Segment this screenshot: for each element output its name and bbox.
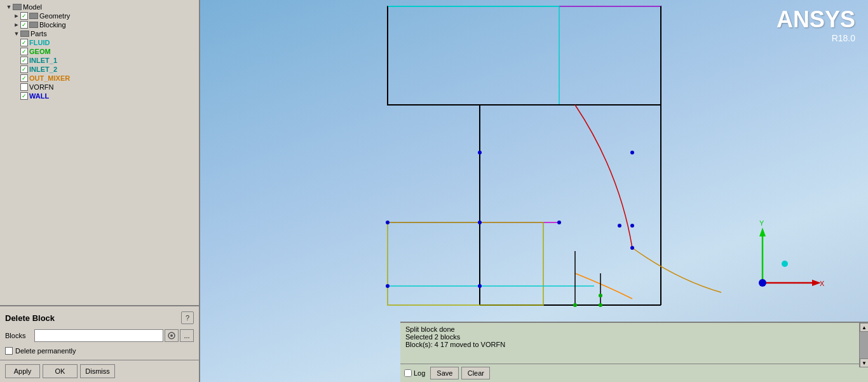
svg-rect-15 [388, 222, 543, 305]
log-content: Split block done Selected 2 blocks Block… [400, 323, 868, 364]
svg-point-32 [599, 294, 602, 297]
clear-button[interactable]: Clear [461, 367, 490, 379]
tree-item-fluid[interactable]: FLUID [20, 38, 196, 47]
log-line-1: Split block done [405, 325, 863, 333]
svg-point-31 [599, 303, 602, 307]
check-fluid[interactable] [20, 39, 28, 46]
svg-point-27 [630, 246, 634, 250]
svg-point-40 [782, 261, 788, 267]
tree-item-inlet1[interactable]: INLET_1 [20, 56, 196, 65]
tree-label-geom: GEOM [29, 48, 51, 55]
tree-area: ▼ Model ► Geometry ► Blocking ▼ Parts FL… [0, 0, 199, 306]
check-inlet2[interactable] [20, 65, 28, 73]
check-geometry[interactable] [20, 12, 28, 20]
svg-point-26 [630, 224, 634, 228]
expand-geometry[interactable]: ► [13, 12, 20, 20]
check-wall[interactable] [20, 92, 28, 100]
ok-button[interactable]: OK [43, 364, 78, 378]
svg-point-1 [170, 334, 173, 337]
svg-point-29 [478, 284, 482, 288]
tree-item-geom[interactable]: GEOM [20, 47, 196, 56]
svg-point-39 [759, 279, 766, 287]
check-blocking[interactable] [20, 21, 28, 29]
dismiss-button[interactable]: Dismiss [80, 364, 115, 378]
tree-item-wall[interactable]: WALL [20, 92, 196, 100]
tree-item-inlet2[interactable]: INLET_2 [20, 65, 196, 74]
svg-text:Y: Y [759, 219, 764, 227]
check-out-mixer[interactable] [20, 74, 28, 82]
log-scrollbar: ▲ ▼ [859, 323, 868, 367]
tree-item-vorfn[interactable]: VORFN [20, 83, 196, 92]
svg-point-20 [478, 151, 482, 154]
tree-item-geometry[interactable]: ► Geometry [13, 11, 196, 20]
tree-label-model: Model [23, 3, 42, 11]
blocks-pick-button[interactable] [165, 329, 179, 342]
tree-label-inlet2: INLET_2 [29, 65, 57, 73]
left-panel: ▼ Model ► Geometry ► Blocking ▼ Parts FL… [0, 0, 200, 382]
tree-label-blocking: Blocking [39, 21, 66, 29]
apply-button[interactable]: Apply [5, 364, 40, 378]
delete-block-header: Delete Block ? [5, 311, 194, 324]
tree-item-blocking[interactable]: ► Blocking [13, 20, 196, 29]
tree-label-out-mixer: OUT_MIXER [29, 74, 70, 82]
tree-item-out-mixer[interactable]: OUT_MIXER [20, 74, 196, 83]
expand-blocking[interactable]: ► [13, 21, 20, 29]
log-bottom-bar: Log Save Clear [400, 364, 868, 382]
svg-point-21 [386, 221, 390, 224]
svg-rect-2 [388, 6, 661, 105]
delete-perm-label: Delete permanently [15, 347, 76, 355]
svg-marker-34 [759, 228, 766, 236]
log-area: Split block done Selected 2 blocks Block… [400, 322, 868, 382]
check-geom[interactable] [20, 48, 28, 55]
log-checkbox-label: Log [414, 369, 425, 377]
scroll-down-arrow[interactable]: ▼ [860, 358, 868, 367]
svg-text:X: X [820, 280, 825, 287]
tree-label-inlet1: INLET_1 [29, 57, 57, 64]
tree-item-model[interactable]: ▼ Model [5, 3, 196, 11]
tree-label-fluid: FLUID [29, 39, 50, 46]
blocks-more-button[interactable]: ... [180, 329, 194, 342]
scroll-up-arrow[interactable]: ▲ [860, 323, 868, 332]
svg-point-25 [618, 224, 621, 228]
blocks-input[interactable] [34, 329, 163, 342]
check-vorfn[interactable] [20, 83, 28, 91]
tree-item-parts[interactable]: ▼ Parts [13, 29, 196, 38]
bottom-buttons: Apply OK Dismiss [0, 360, 199, 382]
svg-point-28 [386, 284, 390, 288]
svg-point-23 [478, 221, 482, 224]
log-checkbox-row: Log [404, 369, 425, 377]
blocks-label: Blocks [5, 332, 31, 339]
svg-point-22 [557, 221, 561, 224]
log-line-3: Block(s): 4 17 moved to VORFN [405, 341, 863, 348]
tree-label-geometry: Geometry [39, 12, 70, 20]
tree-label-parts: Parts [31, 30, 47, 38]
tree-label-vorfn: VORFN [29, 83, 54, 91]
delete-block-title: Delete Block [5, 313, 55, 323]
save-button[interactable]: Save [430, 367, 459, 379]
svg-point-30 [573, 303, 577, 307]
help-button[interactable]: ? [181, 311, 194, 324]
log-checkbox[interactable] [404, 369, 412, 377]
log-line-2: Selected 2 blocks [405, 333, 863, 341]
expand-model[interactable]: ▼ [5, 3, 13, 11]
expand-parts[interactable]: ▼ [13, 30, 20, 38]
svg-point-24 [630, 151, 634, 154]
check-inlet1[interactable] [20, 57, 28, 64]
blocks-row: Blocks ... [5, 329, 194, 342]
main-viewport[interactable]: ANSYS R18.0 [200, 0, 868, 382]
tree-label-wall: WALL [29, 92, 49, 100]
scroll-track [860, 332, 868, 358]
delete-block-panel: Delete Block ? Blocks ... Delete permane… [0, 306, 199, 360]
delete-perm-checkbox[interactable] [5, 347, 13, 355]
delete-perm-row: Delete permanently [5, 347, 194, 355]
